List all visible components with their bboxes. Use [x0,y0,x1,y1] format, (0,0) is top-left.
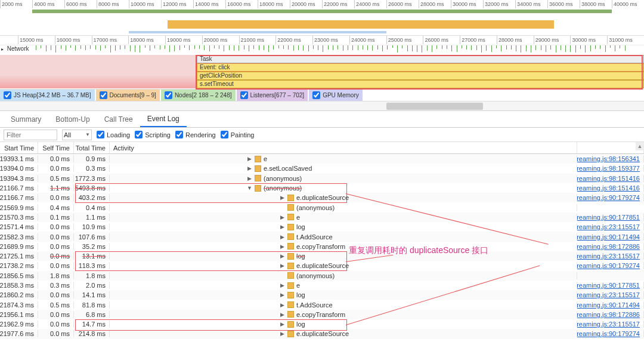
expand-icon[interactable]: ▶ [280,224,285,230]
source-link[interactable]: streaming.js:98:159377 [577,165,644,172]
cell-start-time: 21725.1 ms [0,252,38,260]
filter-painting[interactable]: Painting [221,131,255,138]
expand-icon[interactable]: ▶ [247,165,252,171]
expand-icon[interactable]: ▼ [247,185,252,191]
scripting-icon [287,311,294,318]
activity-name: log [296,291,305,298]
table-row[interactable]: 21858.3 ms0.3 ms2.0 ms▶estreaming.js:90:… [0,281,644,290]
source-link[interactable]: streaming.js:23:115517 [577,223,644,230]
expand-icon[interactable]: ▶ [280,263,285,269]
scripting-icon [287,224,294,230]
tab-call-tree[interactable]: Call Tree [97,111,140,127]
gpu-memory-checkbox[interactable] [312,91,320,99]
source-link[interactable]: streaming.js:23:115517 [577,321,644,328]
source-link[interactable]: streaming.js:90:177851 [577,282,644,289]
tab-bottom-up[interactable]: Bottom-Up [48,111,97,127]
expand-icon[interactable]: ▶ [247,175,252,181]
duration-filter[interactable]: All▼ [62,130,92,140]
expand-icon[interactable]: ▶ [280,244,285,250]
filter-input[interactable] [4,130,57,140]
source-link[interactable]: streaming.js:90:177851 [577,214,644,221]
col-start-time[interactable]: Start Time [0,142,38,153]
table-row[interactable]: 19394.0 ms0.0 ms0.3 ms▶e.setLocalSavedst… [0,164,644,173]
source-link[interactable]: streaming.js:90:179274 [577,194,644,201]
nodes-counter[interactable]: Nodes[2 188 – 2 248] [161,90,236,101]
col-source[interactable] [577,142,644,153]
activity-name: (anonymous) [264,184,302,192]
nodes-checkbox[interactable] [165,91,172,99]
tab-event-log[interactable]: Event Log [140,111,187,127]
source-link[interactable]: streaming.js:98:151416 [577,184,644,192]
js-heap-counter[interactable]: JS Heap[34.2 MB – 36.7 MB] [0,90,95,101]
source-link[interactable]: streaming.js:90:179274 [577,262,644,269]
col-activity[interactable]: Activity [110,142,577,153]
filter-scripting[interactable]: Scripting [135,131,171,138]
expand-icon[interactable]: ▶ [280,253,285,259]
source-link[interactable]: streaming.js:90:179274 [577,330,644,337]
filter-loading[interactable]: Loading [97,131,130,138]
filter-rendering-checkbox[interactable] [175,131,183,138]
table-row[interactable]: 21582.3 ms0.0 ms107.6 ms▶t.AddSourcestre… [0,232,644,241]
expand-icon[interactable]: ▶ [280,195,285,201]
table-row[interactable]: 19394.3 ms0.5 ms1772.3 ms▶(anonymous)str… [0,174,644,183]
table-row[interactable]: 21571.4 ms0.0 ms10.9 ms▶logstreaming.js:… [0,222,644,232]
table-row[interactable]: 21738.2 ms0.0 ms118.3 ms▶e.duplicateSour… [0,261,644,270]
ruler-tick: 16000 ms [55,36,80,44]
expand-icon[interactable]: ▶ [280,292,285,298]
timeline-main[interactable]: 15000 ms16000 ms17000 ms18000 ms19000 ms… [0,36,644,90]
scroll-up-icon[interactable]: ▲ [636,142,644,150]
table-row[interactable]: 21962.9 ms0.0 ms14.7 ms▶logstreaming.js:… [0,319,644,329]
table-row[interactable]: 21166.7 ms1.1 ms5493.8 ms▼(anonymous)str… [0,183,644,193]
table-row[interactable]: 21570.3 ms0.1 ms1.1 ms▶estreaming.js:90:… [0,213,644,222]
expand-icon[interactable]: ▶ [280,234,285,240]
cell-total-time: 0.4 ms [74,204,110,211]
tab-summary[interactable]: Summary [4,111,48,127]
filter-rendering[interactable]: Rendering [175,131,216,138]
table-row[interactable]: 21166.7 ms0.0 ms403.2 ms▶e.duplicateSour… [0,193,644,202]
table-row[interactable]: 21725.1 ms0.0 ms13.1 ms▶logstreaming.js:… [0,251,644,261]
source-link[interactable]: streaming.js:23:115517 [577,291,644,298]
table-row[interactable]: 21977.6 ms0.0 ms214.8 ms▶e.duplicateSour… [0,329,644,338]
activity-name: e.copyTransform [296,243,345,250]
expand-icon[interactable]: ▶ [280,302,285,308]
scripting-icon [287,331,294,337]
flame-chart[interactable]: Task Event: click getClickPosition s.set… [197,55,644,88]
documents-counter[interactable]: Documents[9 – 9] [96,90,160,101]
gpu-memory-counter[interactable]: GPU Memory [309,90,363,101]
scroll-thumb[interactable] [386,103,483,110]
table-row[interactable]: 21874.3 ms0.5 ms81.8 ms▶t.AddSourcestrea… [0,300,644,309]
source-link[interactable]: streaming.js:90:171494 [577,233,644,241]
col-self-time[interactable]: Self Time [38,142,74,153]
expand-icon[interactable]: ▶ [280,282,285,288]
horizontal-scrollbar[interactable] [0,101,644,111]
source-link[interactable]: streaming.js:90:171494 [577,301,644,309]
expand-icon[interactable]: ▶ [280,331,285,337]
table-row[interactable]: 21689.9 ms0.0 ms35.2 ms▶e.copyTransforms… [0,242,644,251]
col-total-time[interactable]: Total Time [74,142,110,153]
listeners-counter[interactable]: Listeners[677 – 702] [237,90,308,101]
table-row[interactable]: 21569.9 ms0.4 ms0.4 ms(anonymous) [0,202,644,212]
source-link[interactable]: streaming.js:98:172886 [577,243,644,250]
source-link[interactable]: streaming.js:23:115517 [577,252,644,260]
cell-total-time: 1.8 ms [74,272,110,279]
filter-scripting-checkbox[interactable] [135,131,143,138]
expand-icon[interactable]: ▶ [280,214,285,220]
filter-painting-checkbox[interactable] [221,131,228,138]
table-row[interactable]: 21860.2 ms0.0 ms14.1 ms▶logstreaming.js:… [0,290,644,300]
table-row[interactable]: 21856.5 ms1.8 ms1.8 ms(anonymous) [0,271,644,281]
timeline-overview[interactable]: 2000 ms4000 ms6000 ms8000 ms10000 ms1200… [0,0,644,36]
expand-icon[interactable]: ▶ [247,156,252,162]
table-row[interactable]: 21956.1 ms0.0 ms6.8 ms▶e.copyTransformst… [0,310,644,319]
table-row[interactable]: 19393.1 ms0.0 ms0.9 ms▶estreaming.js:98:… [0,154,644,164]
documents-checkbox[interactable] [100,91,107,99]
timeline-ruler-overview: 2000 ms4000 ms6000 ms8000 ms10000 ms1200… [0,0,644,8]
source-link[interactable]: streaming.js:98:156341 [577,155,644,162]
js-heap-checkbox[interactable] [4,91,11,99]
cell-self-time: 0.1 ms [38,214,74,221]
source-link[interactable]: streaming.js:98:151416 [577,175,644,182]
listeners-checkbox[interactable] [240,91,248,99]
expand-icon[interactable]: ▶ [280,321,285,327]
filter-loading-checkbox[interactable] [97,131,104,138]
source-link[interactable]: streaming.js:98:172886 [577,311,644,318]
expand-icon[interactable]: ▶ [280,312,285,318]
